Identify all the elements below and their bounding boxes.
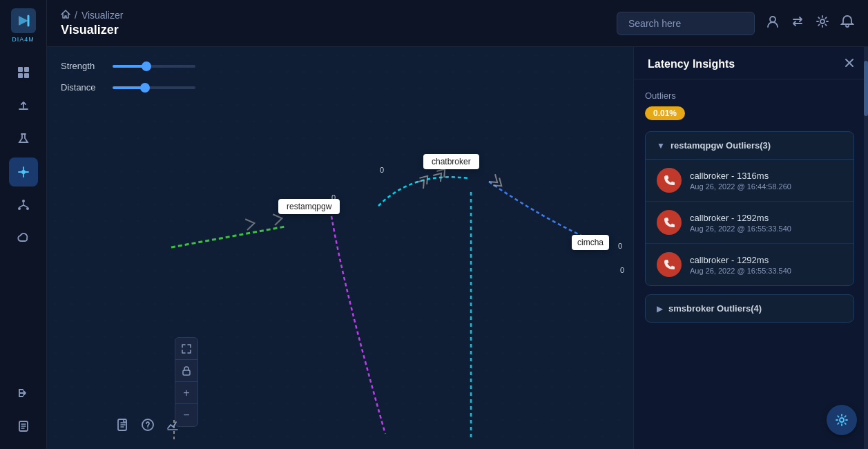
panel-title: Latency Insights: [648, 58, 735, 70]
connections-svg: 0 0 0 0 0: [47, 47, 633, 449]
switch-icon[interactable]: [791, 15, 804, 32]
svg-text:0: 0: [380, 166, 384, 174]
search-input[interactable]: [617, 12, 755, 35]
outlier-name-3: callbroker - 1292ms: [690, 255, 791, 265]
outliers-section: Outliers 0.01%: [645, 90, 854, 120]
outlier-group-restamqpgw: ▼ restamqpgw Outliers(3) callbroker - 13…: [645, 131, 854, 286]
svg-point-12: [820, 19, 824, 23]
outlier-time-1: Aug 26, 2022 @ 16:44:58.260: [690, 182, 791, 191]
outlier-info-1: callbroker - 1316ms Aug 26, 2022 @ 16:44…: [690, 171, 791, 191]
strength-label: Strength: [61, 61, 106, 71]
group-title-smsbroker: smsbroker Outliers(4): [668, 303, 762, 314]
node-restamqpgw[interactable]: restamqpgw: [278, 199, 340, 214]
file-btn[interactable]: [116, 418, 130, 435]
svg-point-23: [840, 418, 844, 422]
breadcrumb-separator: /: [75, 10, 77, 21]
close-button[interactable]: [845, 58, 854, 70]
distance-control: Distance: [61, 82, 195, 93]
lock-btn[interactable]: [175, 360, 197, 382]
scrollbar-thumb: [864, 61, 868, 116]
visualizer-canvas[interactable]: 0 0 0 0 0 Strength Distance chatbroker: [47, 47, 633, 449]
outlier-name-2: callbroker - 1292ms: [690, 213, 791, 223]
svg-text:0: 0: [620, 266, 624, 274]
main-content: / Visualizer Visualizer: [47, 0, 868, 449]
node-cimcha[interactable]: cimcha: [572, 235, 609, 250]
bottom-toolbar: [116, 418, 180, 435]
chart-btn[interactable]: [166, 418, 180, 435]
outlier-item[interactable]: callbroker - 1292ms Aug 26, 2022 @ 16:55…: [646, 202, 853, 244]
svg-rect-19: [183, 370, 190, 375]
breadcrumb-container: / Visualizer Visualizer: [61, 10, 617, 37]
expand-btn[interactable]: [175, 338, 197, 360]
group-header-restamqpgw[interactable]: ▼ restamqpgw Outliers(3): [646, 132, 853, 160]
home-icon[interactable]: [61, 10, 70, 21]
logo-text: DIA4M: [12, 36, 35, 43]
breadcrumb-current: Visualizer: [81, 10, 123, 21]
panel-content: Outliers 0.01% ▼ restamqpgw Outliers(3): [634, 79, 868, 449]
controls-panel: Strength Distance: [61, 61, 195, 93]
svg-rect-2: [18, 67, 23, 72]
node-chatbroker[interactable]: chatbroker: [423, 154, 479, 169]
help-btn[interactable]: [141, 418, 155, 435]
svg-marker-0: [19, 16, 28, 26]
sidebar-item-hierarchy[interactable]: [9, 191, 38, 220]
panel-scrollbar[interactable]: [864, 47, 868, 449]
callbroker-icon-2: [657, 210, 682, 235]
outlier-info-3: callbroker - 1292ms Aug 26, 2022 @ 16:55…: [690, 255, 791, 275]
user-icon[interactable]: [766, 15, 780, 32]
svg-text:0: 0: [618, 242, 622, 250]
strength-slider[interactable]: [113, 65, 195, 68]
svg-point-22: [147, 428, 148, 429]
settings-fab[interactable]: [827, 405, 857, 435]
bell-icon[interactable]: [840, 15, 854, 32]
outlier-name-1: callbroker - 1316ms: [690, 171, 791, 181]
sidebar: DIA4M: [0, 0, 47, 449]
outlier-group-smsbroker: ▶ smsbroker Outliers(4): [645, 294, 854, 323]
group-header-smsbroker[interactable]: ▶ smsbroker Outliers(4): [646, 295, 853, 322]
zoom-controls: + −: [175, 337, 198, 427]
sidebar-item-upload[interactable]: [9, 91, 38, 120]
group-title-restamqpgw: restamqpgw Outliers(3): [671, 140, 771, 151]
sidebar-item-visualizer[interactable]: [9, 157, 38, 187]
panel-header: Latency Insights: [634, 47, 868, 79]
svg-point-7: [22, 200, 25, 202]
header: / Visualizer Visualizer: [47, 0, 868, 47]
chevron-right-icon: ▶: [657, 304, 663, 314]
right-panel: Latency Insights Outliers 0.01% ▼: [633, 47, 868, 449]
outlier-time-2: Aug 26, 2022 @ 16:55:33.540: [690, 224, 791, 233]
logo-icon: [11, 8, 36, 33]
settings-icon[interactable]: [816, 15, 829, 32]
page-title: Visualizer: [61, 23, 617, 37]
svg-rect-5: [24, 73, 29, 78]
callbroker-icon-3: [657, 252, 682, 277]
app-logo: DIA4M: [11, 8, 36, 43]
svg-rect-4: [18, 73, 23, 78]
outlier-info-2: callbroker - 1292ms Aug 26, 2022 @ 16:55…: [690, 213, 791, 233]
distance-label: Distance: [61, 82, 106, 93]
callbroker-icon-1: [657, 168, 682, 193]
sidebar-item-dashboard[interactable]: [9, 58, 38, 87]
svg-rect-3: [24, 67, 29, 72]
header-icons: [766, 15, 854, 32]
sidebar-item-flask[interactable]: [9, 124, 38, 153]
sidebar-item-docs[interactable]: [9, 412, 38, 441]
outlier-time-3: Aug 26, 2022 @ 16:55:33.540: [690, 267, 791, 275]
svg-point-11: [770, 17, 775, 22]
distance-slider[interactable]: [113, 86, 195, 89]
outlier-badge: 0.01%: [645, 106, 685, 120]
breadcrumb: / Visualizer: [61, 10, 617, 21]
outlier-item[interactable]: callbroker - 1316ms Aug 26, 2022 @ 16:44…: [646, 160, 853, 202]
svg-line-13: [171, 227, 285, 247]
outlier-item[interactable]: callbroker - 1292ms Aug 26, 2022 @ 16:55…: [646, 244, 853, 285]
svg-point-9: [26, 207, 29, 210]
sidebar-item-cloud[interactable]: [9, 224, 38, 253]
sidebar-item-logout[interactable]: [9, 379, 38, 408]
zoom-in-btn[interactable]: +: [175, 382, 197, 404]
strength-control: Strength: [61, 61, 195, 71]
content-area: 0 0 0 0 0 Strength Distance chatbroker: [47, 47, 868, 449]
chevron-down-icon: ▼: [657, 141, 665, 151]
svg-point-8: [18, 207, 21, 210]
outliers-label: Outliers: [645, 90, 854, 101]
